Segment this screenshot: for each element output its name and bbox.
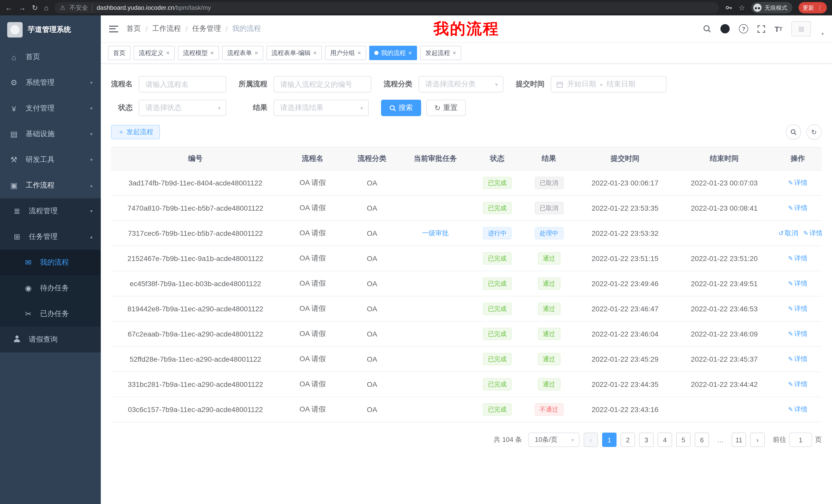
sidebar-item-task-management[interactable]: ⊞ 任务管理 ▴: [0, 224, 101, 250]
table-row: 819442e8-7b9a-11ec-a290-acde48001122OA 请…: [111, 296, 822, 321]
avatar-caret-icon[interactable]: ▾: [822, 31, 824, 36]
update-button[interactable]: 更新 ⋮: [799, 2, 827, 13]
detail-link[interactable]: ✎详情: [788, 279, 808, 287]
sidebar-item-todo-tasks[interactable]: ◉ 待办任务: [0, 275, 101, 301]
reset-button[interactable]: ↻ 重置: [426, 100, 466, 116]
tab-close-icon[interactable]: ×: [408, 50, 412, 56]
process-name-input[interactable]: [139, 76, 226, 92]
detail-link[interactable]: ✎详情: [788, 405, 808, 413]
current-task-link[interactable]: 一级审批: [422, 229, 449, 237]
cancel-link[interactable]: ↺取消: [779, 229, 798, 237]
result-cell: 通过: [522, 246, 575, 271]
bookmark-star-icon[interactable]: ☆: [739, 4, 745, 11]
font-size-icon[interactable]: TT: [774, 24, 782, 33]
sidebar-item-label: 支付管理: [26, 104, 54, 113]
toggle-search-icon[interactable]: [786, 124, 801, 140]
detail-link[interactable]: ✎详情: [788, 355, 808, 363]
tab-流程表单[interactable]: 流程表单×: [222, 46, 263, 60]
detail-link[interactable]: ✎详情: [788, 204, 808, 212]
sidebar-item-process-management[interactable]: ≣ 流程管理 ▾: [0, 198, 101, 224]
sidebar-item-system[interactable]: ⚙ 系统管理 ▾: [0, 70, 101, 95]
tab-close-icon[interactable]: ×: [166, 50, 170, 56]
tab-流程模型[interactable]: 流程模型×: [178, 46, 219, 60]
goto-page-input[interactable]: [789, 432, 812, 447]
next-page-button[interactable]: ›: [750, 432, 765, 447]
key-icon[interactable]: [725, 4, 732, 11]
detail-link[interactable]: ✎详情: [788, 380, 808, 388]
search-icon[interactable]: [703, 25, 711, 33]
current-task-cell: [398, 296, 472, 321]
table-body: 3ad174fb-7b9d-11ec-8404-acde48001122OA 请…: [111, 170, 822, 422]
sidebar-item-done-tasks[interactable]: ✂ 已办任务: [0, 301, 101, 327]
breadcrumb-home[interactable]: 首页: [127, 24, 141, 33]
breadcrumb-workflow[interactable]: 工作流程: [152, 24, 181, 33]
submit-time-cell: 2022-01-22 23:49:46: [575, 271, 675, 296]
current-task-cell: [398, 170, 472, 195]
detail-link[interactable]: ✎详情: [788, 254, 808, 262]
sidebar-item-payment[interactable]: ¥ 支付管理 ▾: [0, 95, 101, 121]
sidebar-item-leave-query[interactable]: 请假查询: [0, 327, 101, 353]
detail-link[interactable]: ✎详情: [788, 305, 808, 312]
category-select[interactable]: 请选择流程分类 ▾: [419, 76, 503, 92]
page-button-3[interactable]: 3: [639, 432, 654, 447]
tab-close-icon[interactable]: ×: [452, 50, 456, 56]
submit-time-cell: 2022-01-22 23:51:15: [575, 246, 675, 271]
detail-link[interactable]: ✎详情: [788, 330, 808, 338]
status-cell: 已完成: [472, 397, 522, 422]
sidebar-item-devtools[interactable]: ⚒ 研发工具 ▾: [0, 147, 101, 173]
page-button-6[interactable]: 6: [695, 432, 709, 447]
page-button-2[interactable]: 2: [621, 432, 635, 447]
forward-icon[interactable]: →: [19, 4, 26, 11]
process-def-input[interactable]: [274, 76, 371, 92]
tab-close-icon[interactable]: ×: [313, 50, 317, 56]
page-button-4[interactable]: 4: [658, 432, 672, 447]
page-button-5[interactable]: 5: [676, 432, 691, 447]
table-column-header: 状态: [472, 147, 522, 170]
tab-close-icon[interactable]: ×: [210, 50, 214, 56]
sidebar-item-home[interactable]: ⌂ 首页: [0, 44, 101, 70]
tab-流程表单-编辑[interactable]: 流程表单-编辑×: [266, 46, 322, 60]
tab-close-icon[interactable]: ×: [255, 50, 258, 56]
refresh-table-icon[interactable]: ↻: [806, 124, 822, 140]
page-button-1[interactable]: 1: [602, 432, 617, 447]
category-cell: OA: [345, 221, 398, 246]
url-text[interactable]: dashboard.yudao.iocoder.cn/bpm/task/my: [97, 4, 211, 11]
github-icon[interactable]: [721, 24, 730, 33]
tab-发起流程[interactable]: 发起流程×: [420, 46, 461, 60]
sidebar-item-workflow[interactable]: ▣ 工作流程 ▴: [0, 173, 101, 198]
actions-cell: ✎详情: [774, 397, 822, 422]
help-icon[interactable]: ?: [739, 24, 748, 33]
fullscreen-icon[interactable]: [757, 25, 765, 33]
create-process-button[interactable]: ＋ 发起流程: [111, 125, 160, 139]
tab-流程定义[interactable]: 流程定义×: [134, 46, 175, 60]
sidebar-item-infrastructure[interactable]: ▤ 基础设施 ▾: [0, 121, 101, 147]
category-cell: OA: [345, 271, 398, 296]
browser-menu-icon[interactable]: ⋮: [817, 4, 823, 11]
breadcrumb-task-management[interactable]: 任务管理: [192, 24, 221, 33]
result-select[interactable]: 请选择流结果 ▾: [274, 100, 369, 116]
status-tag: 已完成: [483, 403, 512, 416]
prev-page-button[interactable]: ‹: [583, 432, 598, 447]
tab-用户分组[interactable]: 用户分组×: [325, 46, 366, 60]
tab-我的流程[interactable]: 我的流程×: [369, 46, 417, 60]
search-button[interactable]: 搜索: [381, 100, 421, 116]
tab-close-icon[interactable]: ×: [357, 50, 361, 56]
detail-link[interactable]: ✎详情: [788, 179, 808, 187]
avatar[interactable]: ▨: [791, 21, 811, 36]
pager-ellipsis[interactable]: …: [713, 432, 728, 447]
home-icon[interactable]: ⌂: [44, 4, 48, 11]
status-select[interactable]: 请选择状态 ▾: [139, 100, 226, 116]
page-button-11[interactable]: 11: [732, 432, 746, 447]
table-column-header: 结果: [522, 147, 575, 170]
page-size-select[interactable]: 10条/页 ▾: [528, 432, 579, 447]
submit-time-range-picker[interactable]: 开始日期 - 结束日期: [551, 76, 667, 92]
detail-link[interactable]: ✎详情: [803, 229, 822, 237]
incognito-badge: 无痕模式: [751, 2, 792, 13]
address-bar[interactable]: ⚠ 不安全 dashboard.yudao.iocoder.cn/bpm/tas…: [54, 2, 719, 13]
security-label[interactable]: 不安全: [70, 3, 88, 12]
tab-首页[interactable]: 首页: [108, 46, 131, 60]
sidebar-item-my-process[interactable]: ✉ 我的流程: [0, 250, 101, 275]
hamburger-icon[interactable]: [109, 25, 118, 32]
back-icon[interactable]: ←: [5, 4, 12, 11]
reload-icon[interactable]: ↻: [32, 4, 38, 11]
